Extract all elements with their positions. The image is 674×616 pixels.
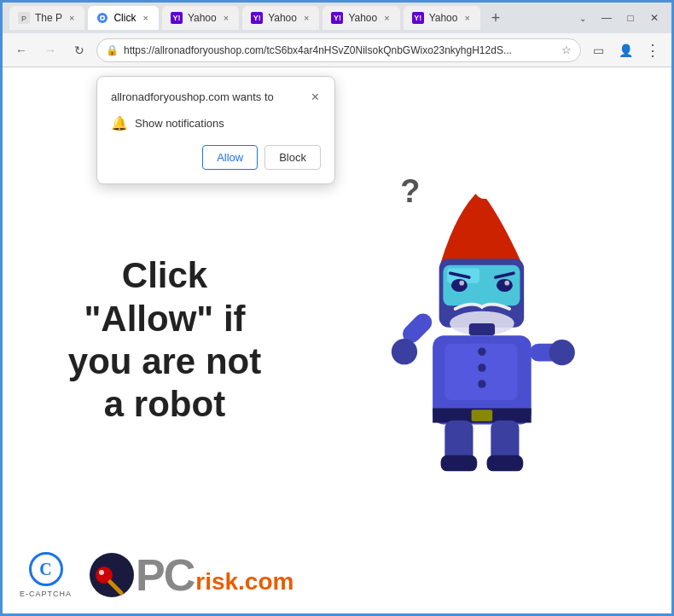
tab3-favicon: Y! bbox=[171, 12, 183, 24]
ecaptcha-logo: C E-CAPTCHA bbox=[20, 552, 72, 598]
main-text-line3: you are not bbox=[37, 340, 293, 383]
svg-point-21 bbox=[478, 347, 485, 355]
minimize-button[interactable]: — bbox=[596, 8, 617, 28]
robot-santa-svg: ? bbox=[354, 170, 576, 477]
tab4-favicon: Y! bbox=[251, 12, 263, 24]
svg-text:P: P bbox=[21, 15, 26, 23]
tab-yahoo-5[interactable]: Y! Yahoo × bbox=[322, 6, 399, 30]
refresh-button[interactable]: ↻ bbox=[67, 38, 91, 62]
window-controls: ⌄ — □ ✕ bbox=[572, 8, 665, 28]
lock-icon: 🔒 bbox=[106, 44, 119, 56]
tab2-label: Click bbox=[113, 12, 136, 24]
svg-rect-18 bbox=[469, 323, 495, 335]
svg-point-4 bbox=[102, 17, 104, 20]
main-text-line1: Click bbox=[37, 254, 293, 297]
expand-icon[interactable]: ⌄ bbox=[572, 8, 593, 28]
svg-text:?: ? bbox=[400, 173, 420, 209]
pcrisk-logo: PC risk.com bbox=[89, 549, 293, 601]
tab-click[interactable]: Click × bbox=[88, 6, 158, 30]
close-button[interactable]: ✕ bbox=[644, 8, 665, 28]
svg-point-23 bbox=[478, 380, 485, 387]
pcrisk-text: PC bbox=[136, 549, 194, 601]
tab4-close[interactable]: × bbox=[302, 11, 311, 25]
bell-icon: 🔔 bbox=[111, 115, 128, 131]
svg-point-15 bbox=[459, 281, 464, 286]
navigation-bar: ← → ↻ 🔒 https://allronadforyoushop.com/t… bbox=[3, 33, 671, 67]
nav-right-controls: ▭ 👤 ⋮ bbox=[586, 38, 665, 62]
tab5-close[interactable]: × bbox=[382, 11, 391, 25]
tab-yahoo-3[interactable]: Y! Yahoo × bbox=[162, 6, 239, 30]
svg-point-13 bbox=[451, 279, 468, 292]
main-text: Click "Allow" if you are not a robot bbox=[37, 254, 293, 427]
sidebar-button[interactable]: ▭ bbox=[586, 38, 610, 62]
popup-title: allronadforyoushop.com wants to bbox=[111, 90, 274, 105]
menu-button[interactable]: ⋮ bbox=[641, 38, 665, 62]
profile-button[interactable]: 👤 bbox=[613, 38, 637, 62]
block-button[interactable]: Block bbox=[264, 145, 321, 170]
svg-point-16 bbox=[504, 281, 509, 286]
tab6-favicon: Y! bbox=[412, 12, 424, 24]
pcrisk-suffix: risk.com bbox=[195, 568, 293, 601]
svg-point-7 bbox=[474, 177, 497, 200]
svg-point-14 bbox=[497, 279, 513, 292]
pcrisk-icon-svg bbox=[89, 552, 136, 599]
page-content: allronadforyoushop.com wants to × 🔔 Show… bbox=[3, 67, 671, 613]
tab-yahoo-4[interactable]: Y! Yahoo × bbox=[242, 6, 319, 30]
tab3-close[interactable]: × bbox=[222, 11, 230, 25]
bottom-section: C E-CAPTCHA PC risk.com bbox=[3, 537, 671, 613]
address-bar-right: ☆ bbox=[561, 44, 572, 56]
main-text-line2: "Allow" if bbox=[37, 298, 293, 340]
back-button[interactable]: ← bbox=[9, 38, 33, 62]
captcha-circle-icon: C bbox=[29, 552, 63, 586]
new-tab-button[interactable]: + bbox=[484, 6, 508, 30]
tab-yahoo-6[interactable]: Y! Yahoo × bbox=[404, 6, 480, 30]
forward-button[interactable]: → bbox=[38, 38, 62, 62]
tab3-label: Yahoo bbox=[188, 12, 217, 24]
allow-button[interactable]: Allow bbox=[202, 145, 258, 170]
tab5-label: Yahoo bbox=[348, 12, 377, 24]
character-illustration: ? bbox=[293, 84, 637, 596]
browser-frame: P The P × Click × Y! Yahoo × Y! Yahoo × bbox=[0, 0, 674, 616]
svg-rect-33 bbox=[487, 455, 524, 471]
popup-notification-text: Show notifications bbox=[135, 117, 224, 130]
maximize-button[interactable]: □ bbox=[620, 8, 641, 28]
tab6-label: Yahoo bbox=[429, 12, 458, 24]
main-text-line4: a robot bbox=[37, 383, 293, 426]
svg-point-27 bbox=[392, 339, 417, 364]
tab1-close[interactable]: × bbox=[67, 11, 76, 25]
tab1-label: The P bbox=[35, 12, 62, 24]
svg-point-36 bbox=[99, 570, 104, 575]
address-bar[interactable]: 🔒 https://allronadforyoushop.com/tcS6bx4… bbox=[96, 38, 581, 62]
tab2-close[interactable]: × bbox=[141, 11, 149, 25]
star-icon[interactable]: ☆ bbox=[561, 44, 572, 56]
tab5-favicon: Y! bbox=[331, 12, 343, 24]
svg-rect-31 bbox=[441, 455, 478, 471]
tab2-favicon bbox=[96, 12, 108, 24]
title-bar: P The P × Click × Y! Yahoo × Y! Yahoo × bbox=[3, 3, 671, 33]
popup-notification-row: 🔔 Show notifications bbox=[111, 115, 321, 131]
notification-popup: allronadforyoushop.com wants to × 🔔 Show… bbox=[96, 76, 335, 184]
tab1-favicon: P bbox=[18, 12, 30, 24]
popup-header: allronadforyoushop.com wants to × bbox=[111, 90, 321, 105]
svg-point-29 bbox=[549, 340, 575, 365]
popup-close-button[interactable]: × bbox=[310, 90, 321, 104]
captcha-label: E-CAPTCHA bbox=[20, 590, 72, 598]
address-text: https://allronadforyoushop.com/tcS6bx4ar… bbox=[124, 44, 556, 56]
tab4-label: Yahoo bbox=[268, 12, 297, 24]
tab6-close[interactable]: × bbox=[462, 11, 471, 25]
svg-rect-25 bbox=[472, 410, 493, 421]
svg-point-22 bbox=[478, 363, 485, 371]
popup-buttons: Allow Block bbox=[111, 145, 321, 170]
tab-the-p[interactable]: P The P × bbox=[9, 6, 84, 30]
